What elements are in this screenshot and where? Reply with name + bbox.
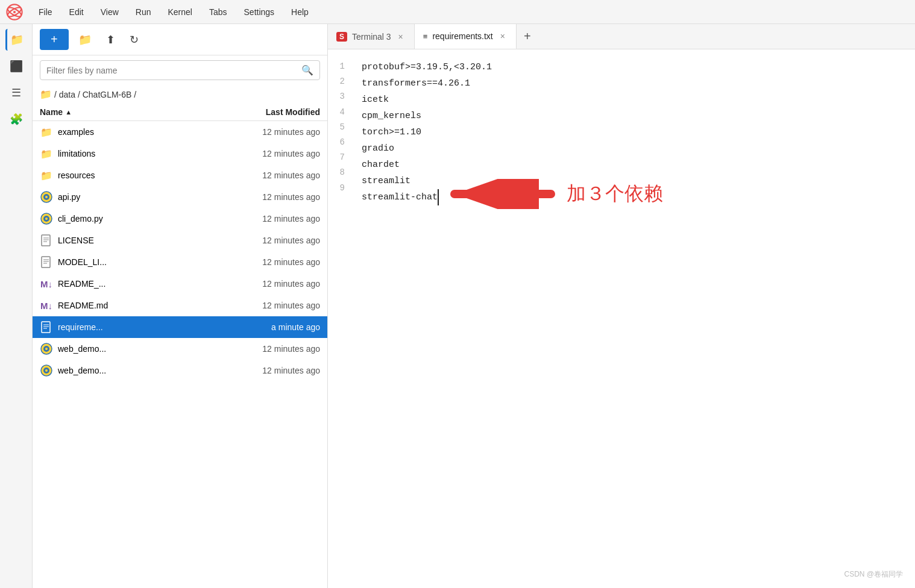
folder-icon: 📁 [40, 147, 53, 160]
file-name: web_demo... [58, 344, 230, 354]
file-name: examples [58, 127, 230, 137]
sidebar-icon-extension[interactable]: 🧩 [5, 108, 27, 130]
requirements-tab-close[interactable]: × [498, 30, 508, 42]
requirements-tab-label: requirements.txt [432, 31, 492, 41]
svg-point-3 [13, 10, 16, 13]
markdown-icon: M↓ [40, 277, 53, 290]
python-icon [40, 212, 53, 225]
refresh-button[interactable]: ↻ [125, 31, 143, 49]
code-line: gradio [352, 140, 915, 157]
folder-icon: 📁 [40, 169, 53, 182]
breadcrumb-text: / data / ChatGLM-6B / [54, 90, 136, 99]
file-modified: a minute ago [230, 322, 320, 332]
list-item[interactable]: M↓ README.md 12 minutes ago [33, 295, 327, 316]
file-modified: 12 minutes ago [230, 236, 320, 245]
file-modified: 12 minutes ago [230, 301, 320, 310]
svg-point-9 [45, 217, 48, 220]
search-box[interactable]: 🔍 [40, 60, 320, 80]
file-list-header: Name ▲ Last Modified [33, 104, 327, 121]
file-name: cli_demo.py [58, 214, 230, 224]
python-icon [40, 190, 53, 204]
python-icon [40, 342, 53, 355]
file-name: resources [58, 170, 230, 180]
new-folder-button[interactable]: 📁 [74, 31, 96, 49]
search-icon: 🔍 [301, 64, 313, 76]
file-name: MODEL_LI... [58, 257, 230, 267]
file-panel: + 📁 ⬆ ↻ 🔍 📁 / data / ChatGLM-6B / Name ▲… [33, 24, 328, 588]
terminal-tab-icon: S [336, 32, 347, 42]
python-icon [40, 364, 53, 377]
requirements-tab-icon: ≡ [423, 32, 428, 41]
watermark: CSDN @卷福同学 [844, 569, 903, 580]
file-name: README_... [58, 279, 230, 289]
terminal-tab-label: Terminal 3 [352, 32, 391, 42]
breadcrumb: 📁 / data / ChatGLM-6B / [33, 85, 327, 104]
tab-bar: S Terminal 3 × ≡ requirements.txt × + [328, 24, 915, 49]
code-line: protobuf>=3.19.5,<3.20.1 [352, 59, 915, 75]
list-item[interactable]: requireme... a minute ago [33, 316, 327, 338]
list-item[interactable]: cli_demo.py 12 minutes ago [33, 208, 327, 230]
menu-edit[interactable]: Edit [62, 5, 91, 19]
markdown-icon: M↓ [40, 299, 53, 312]
menu-tabs[interactable]: Tabs [202, 5, 234, 19]
code-line: cpm_kernels [352, 108, 915, 124]
code-line: torch>=1.10 [352, 124, 915, 140]
list-item[interactable]: api.py 12 minutes ago [33, 186, 327, 208]
tab-requirements[interactable]: ≡ requirements.txt × [415, 24, 517, 49]
col-modified-header: Last Modified [230, 107, 320, 117]
list-item[interactable]: 📁 examples 12 minutes ago [33, 121, 327, 143]
svg-rect-14 [42, 257, 50, 267]
tab-terminal[interactable]: S Terminal 3 × [328, 24, 415, 49]
add-tab-button[interactable]: + [519, 30, 536, 43]
file-modified: 12 minutes ago [230, 366, 320, 375]
doc-icon [40, 321, 53, 334]
list-item[interactable]: web_demo... 12 minutes ago [33, 360, 327, 381]
file-modified: 12 minutes ago [230, 127, 320, 137]
svg-point-6 [45, 196, 48, 198]
svg-point-24 [45, 348, 48, 350]
file-name: LICENSE [58, 236, 230, 245]
code-lines: protobuf>=3.19.5,<3.20.1 transformers==4… [352, 49, 915, 588]
list-item[interactable]: 📁 limitations 12 minutes ago [33, 143, 327, 164]
svg-point-27 [45, 369, 48, 372]
sidebar-icon-list[interactable]: ☰ [5, 82, 27, 104]
menu-settings[interactable]: Settings [237, 5, 282, 19]
list-item[interactable]: MODEL_LI... 12 minutes ago [33, 251, 327, 273]
code-line: streamlit-chat [352, 189, 915, 205]
editor-content[interactable]: 1 2 3 4 5 6 7 8 9 protobuf>=3.19.5,<3.20… [328, 49, 915, 588]
file-modified: 12 minutes ago [230, 170, 320, 180]
list-item[interactable]: M↓ README_... 12 minutes ago [33, 273, 327, 295]
file-name: limitations [58, 149, 230, 158]
file-modified: 12 minutes ago [230, 149, 320, 158]
file-modified: 12 minutes ago [230, 192, 320, 202]
sidebar-icon-stop[interactable]: ⬛ [5, 55, 27, 77]
svg-rect-18 [42, 322, 50, 333]
sidebar-icon-folder[interactable]: 📁 [5, 29, 27, 51]
list-item[interactable]: 📁 resources 12 minutes ago [33, 164, 327, 186]
code-line: chardet [352, 157, 915, 173]
menu-view[interactable]: View [93, 5, 126, 19]
terminal-tab-close[interactable]: × [396, 31, 406, 43]
file-name: api.py [58, 192, 230, 202]
menu-help[interactable]: Help [284, 5, 316, 19]
breadcrumb-folder-icon: 📁 [40, 89, 52, 100]
code-line: transformers==4.26.1 [352, 75, 915, 92]
file-name: requireme... [58, 322, 230, 332]
file-modified: 12 minutes ago [230, 214, 320, 224]
upload-button[interactable]: ⬆ [101, 31, 120, 49]
file-name: README.md [58, 301, 230, 310]
list-item[interactable]: LICENSE 12 minutes ago [33, 230, 327, 251]
logo [6, 4, 23, 20]
menu-file[interactable]: File [31, 5, 60, 19]
menu-run[interactable]: Run [128, 5, 159, 19]
file-name: web_demo... [58, 366, 230, 375]
menu-kernel[interactable]: Kernel [160, 5, 199, 19]
new-file-button[interactable]: + [40, 29, 69, 50]
search-input[interactable] [46, 66, 301, 75]
doc-icon [40, 255, 53, 269]
list-item[interactable]: web_demo... 12 minutes ago [33, 338, 327, 360]
menubar: File Edit View Run Kernel Tabs Settings … [0, 0, 915, 24]
sort-asc-icon: ▲ [65, 108, 72, 116]
col-name-header[interactable]: Name ▲ [40, 107, 230, 117]
sidebar-icons: 📁 ⬛ ☰ 🧩 [0, 24, 33, 588]
